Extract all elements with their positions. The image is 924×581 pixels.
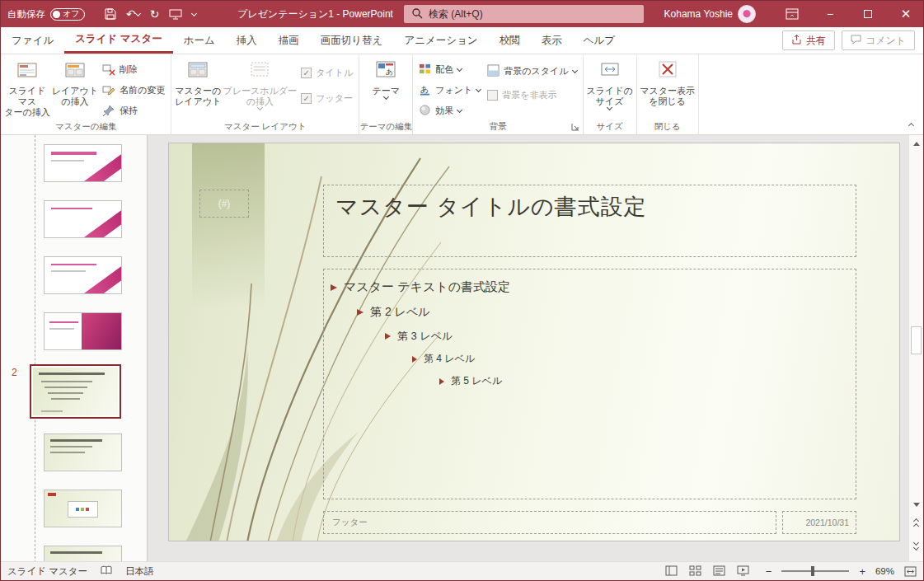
footer-checkbox[interactable]: ✓ フッター xyxy=(298,89,356,108)
slide-thumbnail-layout-1[interactable] xyxy=(44,144,122,182)
share-button[interactable]: 共有 xyxy=(782,30,835,50)
bullet-level-3[interactable]: 第 3 レベル xyxy=(385,329,856,344)
slide-sorter-view-button[interactable] xyxy=(689,565,701,578)
background-dialog-launcher[interactable] xyxy=(570,122,580,132)
tab-animations[interactable]: アニメーション xyxy=(393,27,488,54)
ribbon-spacer xyxy=(699,54,923,134)
collapse-ribbon-button[interactable] xyxy=(909,119,913,130)
footer-checkbox-label: フッター xyxy=(316,92,353,105)
redo-icon[interactable]: ↻ xyxy=(150,7,160,21)
rename-button[interactable]: 名前の変更 xyxy=(99,81,168,100)
zoom-slider[interactable] xyxy=(781,570,849,572)
slide-number-text[interactable]: (#) xyxy=(218,198,231,209)
delete-button[interactable]: 削除 xyxy=(99,60,168,79)
effects-button[interactable]: 効果 xyxy=(415,101,484,120)
title-checkbox[interactable]: ✓ タイトル xyxy=(298,63,356,82)
slide-thumbnail-layout-3[interactable] xyxy=(44,256,122,294)
bullet-level-4[interactable]: 第 4 レベル xyxy=(412,352,856,366)
hide-background-checkbox[interactable]: 背景を非表示 xyxy=(484,86,579,105)
comment-icon xyxy=(851,35,861,47)
colors-button[interactable]: 配色 xyxy=(415,60,484,79)
bullet-text[interactable]: マスター テキストの書式設定 xyxy=(344,279,510,295)
scrollbar-thumb[interactable] xyxy=(911,326,922,354)
slide-size-button[interactable]: スライドの サイズ xyxy=(586,57,634,122)
body-placeholder[interactable]: マスター テキストの書式設定 第 2 レベル 第 3 レベル 第 4 レベル 第… xyxy=(323,269,856,499)
master-layout-button[interactable]: マスターの レイアウト xyxy=(174,57,222,122)
tab-slide-master[interactable]: スライド マスター xyxy=(64,27,173,54)
autosave-switch[interactable]: オフ xyxy=(50,8,85,21)
slide-thumbnail-layout-2[interactable] xyxy=(44,200,122,238)
themes-button[interactable]: あ テーマ xyxy=(362,57,410,122)
master-title-text[interactable]: マスター タイトルの書式設定 xyxy=(335,194,647,219)
background-styles-icon xyxy=(487,64,500,78)
slideshow-view-button[interactable] xyxy=(737,565,749,578)
bullet-text[interactable]: 第 2 レベル xyxy=(370,305,430,320)
slide-master-editing-surface[interactable]: (#) マスター タイトルの書式設定 マスター テキストの書式設定 第 2 レベ… xyxy=(168,143,900,541)
ribbon-display-options-button[interactable] xyxy=(779,1,805,27)
insert-slide-master-button[interactable]: スライド マス ターの挿入 xyxy=(3,57,51,122)
search-icon xyxy=(411,7,423,21)
tab-view[interactable]: 表示 xyxy=(531,27,573,54)
slide-thumbnail-layout-5[interactable] xyxy=(44,433,122,471)
account-name[interactable]: Kohama Yoshie xyxy=(642,1,733,27)
date-text[interactable]: 2021/10/31 xyxy=(805,518,849,527)
search-input[interactable]: 検索 (Alt+Q) xyxy=(404,5,644,23)
bullet-text[interactable]: 第 3 レベル xyxy=(397,329,453,344)
zoom-in-button[interactable]: + xyxy=(859,565,865,578)
zoom-slider-thumb[interactable] xyxy=(811,566,814,576)
scroll-up-button[interactable] xyxy=(909,137,923,151)
insert-layout-button[interactable]: レイアウト の挿入 xyxy=(51,57,99,122)
close-master-view-button[interactable]: マスター表示 を閉じる xyxy=(640,57,696,122)
slide-thumbnail-layout-7[interactable] xyxy=(44,546,122,563)
preserve-button[interactable]: 保持 xyxy=(99,101,168,120)
customize-qat-chevron-icon[interactable] xyxy=(192,13,196,16)
close-button[interactable]: ✕ xyxy=(887,1,924,27)
undo-icon[interactable]: ↶ xyxy=(126,7,140,21)
minimize-button[interactable]: − xyxy=(811,1,849,27)
save-icon[interactable] xyxy=(105,8,116,20)
slide-number-placeholder[interactable]: (#) xyxy=(199,190,249,218)
fonts-button[interactable]: あ フォント xyxy=(415,81,484,100)
tab-file[interactable]: ファイル xyxy=(1,27,64,54)
insert-placeholder-button[interactable]: プレースホルダー の挿入 xyxy=(222,57,298,122)
proofing-book-icon[interactable] xyxy=(101,565,112,577)
maximize-icon xyxy=(864,10,872,18)
tab-insert[interactable]: 挿入 xyxy=(226,27,268,54)
bullet-level-2[interactable]: 第 2 レベル xyxy=(357,305,856,320)
next-slide-button[interactable] xyxy=(909,538,923,552)
tab-review[interactable]: 校閲 xyxy=(489,27,531,54)
normal-view-button[interactable] xyxy=(665,565,678,578)
tab-help[interactable]: ヘルプ xyxy=(573,27,626,54)
zoom-level[interactable]: 69% xyxy=(875,566,894,576)
slide-thumbnail-layout-6[interactable] xyxy=(44,490,122,527)
slide-thumbnail-layout-4[interactable] xyxy=(44,312,122,350)
autosave-toggle[interactable]: 自動保存 オフ xyxy=(7,1,85,27)
date-placeholder[interactable]: 2021/10/31 xyxy=(782,511,856,534)
slide-thumbnail-master-selected[interactable] xyxy=(30,364,121,419)
fit-to-window-button[interactable] xyxy=(904,566,917,577)
title-placeholder[interactable]: マスター タイトルの書式設定 xyxy=(323,185,856,257)
comments-button[interactable]: コメント xyxy=(842,30,915,50)
maximize-button[interactable] xyxy=(849,1,887,27)
bullet-text[interactable]: 第 5 レベル xyxy=(451,374,502,388)
vertical-scrollbar[interactable] xyxy=(908,135,923,563)
bullet-text[interactable]: 第 4 レベル xyxy=(424,352,475,366)
footer-text[interactable]: フッター xyxy=(332,517,368,528)
start-slideshow-icon[interactable] xyxy=(169,9,182,20)
tab-home[interactable]: ホーム xyxy=(173,27,226,54)
previous-slide-button[interactable] xyxy=(909,517,923,531)
avatar[interactable] xyxy=(738,5,756,23)
bullet-level-5[interactable]: 第 5 レベル xyxy=(439,374,856,388)
background-styles-button[interactable]: 背景のスタイル xyxy=(484,62,579,81)
zoom-out-button[interactable]: − xyxy=(766,565,772,578)
tab-transitions[interactable]: 画面切り替え xyxy=(310,27,394,54)
reading-view-button[interactable] xyxy=(713,565,725,578)
tab-draw[interactable]: 描画 xyxy=(268,27,310,54)
thumb-decor xyxy=(50,446,92,447)
chevron-down-icon xyxy=(457,107,462,113)
scroll-down-button[interactable] xyxy=(909,498,923,512)
bullet-level-1[interactable]: マスター テキストの書式設定 xyxy=(331,279,856,295)
footer-placeholder[interactable]: フッター xyxy=(323,511,776,534)
group-label-edit-theme: テーマの編集 xyxy=(359,121,412,133)
language-indicator[interactable]: 日本語 xyxy=(125,565,154,578)
